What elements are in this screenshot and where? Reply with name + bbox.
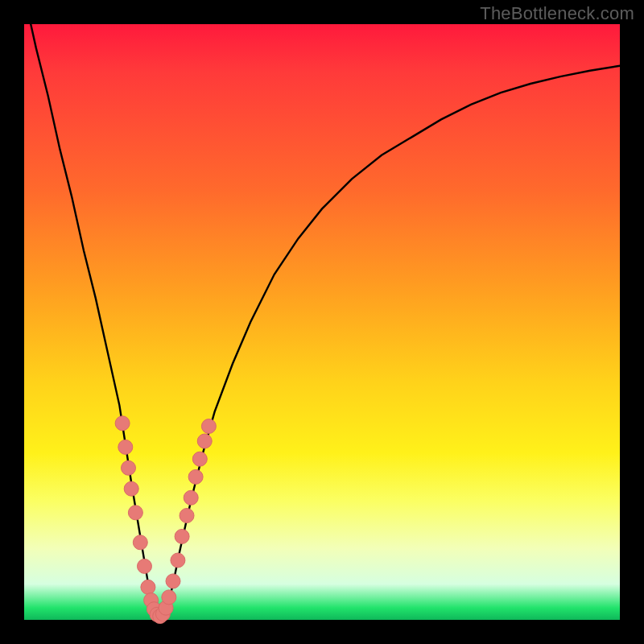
- data-marker: [175, 529, 189, 543]
- data-marker: [137, 559, 151, 573]
- data-marker: [201, 419, 216, 434]
- data-marker: [115, 416, 130, 431]
- curve-svg: [24, 24, 620, 620]
- data-marker: [188, 469, 203, 484]
- plot-area: [24, 24, 620, 620]
- bottleneck-curve: [24, 0, 620, 617]
- data-marker: [171, 553, 185, 568]
- chart-frame: TheBottleneck.com: [0, 0, 644, 644]
- data-marker: [166, 574, 180, 588]
- data-marker: [141, 580, 155, 594]
- data-marker: [118, 440, 133, 454]
- data-marker: [122, 460, 136, 475]
- data-marker: [197, 434, 212, 448]
- data-marker: [124, 481, 138, 496]
- data-marker: [128, 506, 142, 520]
- data-marker: [180, 509, 194, 523]
- data-marker: [192, 452, 207, 466]
- data-marker: [162, 590, 176, 605]
- data-markers: [115, 416, 216, 624]
- watermark-text: TheBottleneck.com: [480, 3, 634, 24]
- data-marker: [184, 490, 198, 505]
- data-marker: [133, 535, 147, 550]
